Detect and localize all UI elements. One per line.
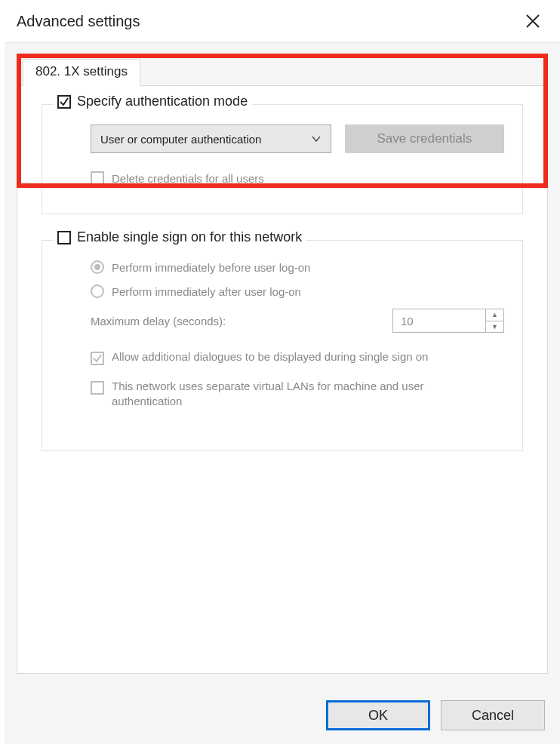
checkbox-delete-credentials: [91, 171, 104, 185]
checkbox-specify-auth-mode[interactable]: [57, 95, 71, 109]
spinner-max-delay: 10 ▲ ▼: [392, 309, 504, 333]
legend-specify-auth-mode-label: Specify authentication mode: [77, 94, 248, 109]
label-separate-vlan: This network uses separate virtual LANs …: [112, 379, 474, 410]
tab-8021x-settings[interactable]: 802. 1X settings: [23, 59, 140, 86]
auth-mode-row: User or computer authentication Save cre…: [60, 125, 504, 153]
checkbox-allow-dialogues: [91, 352, 104, 365]
dropdown-auth-mode-value: User or computer authentication: [100, 133, 261, 146]
spinner-buttons: ▲ ▼: [485, 309, 503, 332]
group-single-sign-on: Enable single sign on for this network P…: [42, 240, 523, 451]
cancel-button[interactable]: Cancel: [441, 700, 545, 730]
row-allow-dialogues: Allow additional dialogues to be display…: [91, 349, 504, 365]
row-delete-credentials: Delete credentials for all users: [91, 171, 504, 185]
spinner-max-delay-value: 10: [393, 309, 485, 332]
button-save-credentials: Save credentials: [345, 125, 504, 153]
dropdown-auth-mode[interactable]: User or computer authentication: [91, 125, 331, 153]
button-save-credentials-label: Save credentials: [377, 131, 472, 146]
group-specify-auth-mode: Specify authentication mode User or comp…: [42, 104, 523, 214]
label-radio-before: Perform immediately before user log-on: [112, 261, 310, 274]
radio-after-logon: [91, 284, 104, 298]
label-max-delay: Maximum delay (seconds):: [91, 315, 226, 327]
title-bar: Advanced settings: [0, 0, 560, 42]
tab-panel: Specify authentication mode User or comp…: [17, 85, 548, 674]
checkbox-separate-vlan: [91, 381, 104, 395]
legend-single-sign-on-label: Enable single sign on for this network: [77, 229, 302, 245]
advanced-settings-window: Advanced settings 802. 1X settings Speci…: [0, 0, 560, 744]
label-radio-after: Perform immediately after user log-on: [112, 285, 301, 298]
label-allow-dialogues: Allow additional dialogues to be display…: [112, 349, 428, 364]
radio-before-logon: [91, 260, 104, 274]
chevron-down-icon: [311, 134, 322, 144]
row-radio-after: Perform immediately after user log-on: [91, 284, 504, 298]
cancel-button-label: Cancel: [472, 708, 514, 724]
close-button[interactable]: [519, 8, 546, 35]
dialog-button-bar: OK Cancel: [326, 700, 545, 730]
checkbox-enable-sso[interactable]: [57, 231, 71, 244]
spinner-down-button: ▼: [486, 321, 503, 333]
row-radio-before: Perform immediately before user log-on: [91, 260, 504, 274]
row-separate-vlan: This network uses separate virtual LANs …: [91, 379, 504, 410]
legend-single-sign-on: Enable single sign on for this network: [53, 229, 306, 245]
legend-specify-auth-mode: Specify authentication mode: [53, 94, 252, 109]
label-delete-credentials: Delete credentials for all users: [112, 172, 264, 185]
ok-button[interactable]: OK: [326, 700, 430, 730]
window-title: Advanced settings: [17, 13, 140, 30]
tab-row: 802. 1X settings: [23, 59, 548, 86]
ok-button-label: OK: [368, 708, 388, 724]
close-icon: [525, 14, 540, 29]
spinner-up-button: ▲: [486, 309, 503, 321]
client-area: 802. 1X settings Specify authentication …: [5, 42, 560, 744]
row-max-delay: Maximum delay (seconds): 10 ▲ ▼: [91, 309, 504, 333]
